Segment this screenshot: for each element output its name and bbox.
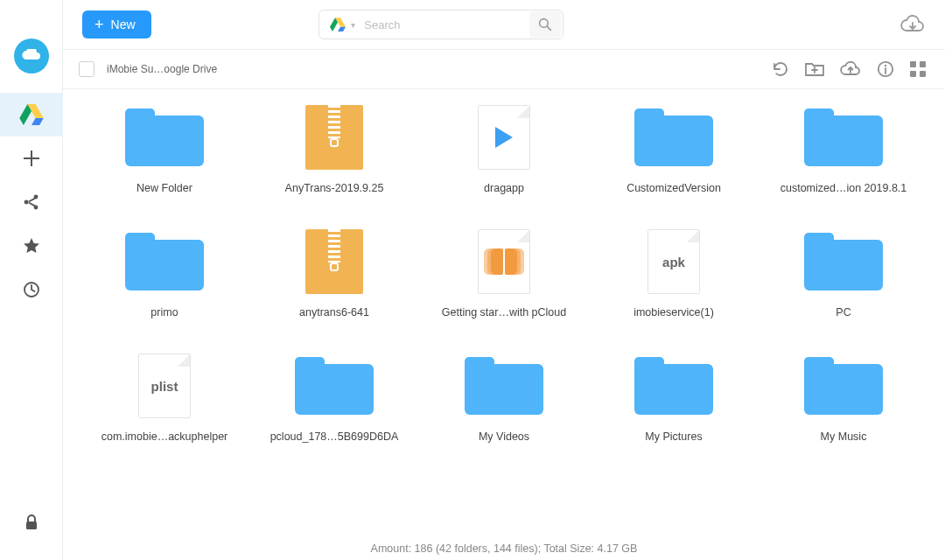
new-folder-button[interactable] (805, 61, 824, 77)
breadcrumb[interactable]: iMobie Su…oogle Drive (107, 63, 217, 75)
folder-icon (125, 229, 204, 294)
folder-icon (295, 354, 374, 418)
file-item[interactable]: anytrans6-641 (254, 229, 415, 318)
file-item[interactable]: CustomizedVersion (593, 105, 754, 194)
file-label: imobieservice(1) (634, 306, 714, 318)
zip-icon (295, 105, 374, 170)
folder-icon (804, 229, 883, 294)
status-bar: Amount: 186 (42 folders, 144 files); Tot… (63, 537, 945, 560)
file-label: My Music (821, 430, 867, 443)
sidebar-item-add[interactable] (0, 136, 63, 180)
file-item[interactable]: dragapp (424, 105, 584, 194)
file-label: dragapp (484, 182, 524, 194)
svg-point-5 (540, 19, 549, 28)
view-grid-button[interactable] (910, 61, 926, 77)
sidebar-item-favorites[interactable] (0, 224, 63, 268)
file-label: Getting star…with pCloud (442, 306, 566, 318)
file-item[interactable]: primo (84, 229, 245, 318)
folder-icon (634, 354, 713, 418)
file-item[interactable]: pcloud_178…5B699D6DA (254, 354, 415, 443)
search-scope-gdrive[interactable]: ▾ (330, 18, 355, 32)
folder-icon (125, 105, 204, 170)
file-item[interactable]: My Music (763, 354, 924, 443)
cloud-download-button[interactable] (900, 15, 926, 34)
file-label: New Folder (136, 182, 192, 194)
search-box: ▾ (318, 10, 564, 39)
video-icon (465, 105, 543, 170)
file-item[interactable]: AnyTrans-2019.9.25 (254, 105, 415, 194)
upload-button[interactable] (840, 61, 861, 77)
new-button-label: New (111, 18, 136, 32)
file-label: customized…ion 2019.8.1 (780, 182, 907, 194)
info-button[interactable] (877, 60, 894, 78)
plus-icon: + (94, 17, 104, 32)
select-all-checkbox[interactable] (79, 61, 94, 77)
file-item[interactable]: PC (763, 229, 924, 318)
search-button[interactable] (529, 11, 561, 38)
file-label: com.imobie…ackuphelper (102, 430, 228, 443)
svg-point-7 (885, 65, 886, 66)
file-label: My Videos (479, 430, 529, 443)
file-item[interactable]: customized…ion 2019.8.1 (763, 105, 924, 194)
folder-icon (465, 354, 543, 418)
svg-rect-11 (920, 71, 926, 77)
subbar-actions (772, 60, 926, 78)
plist-icon: plist (125, 354, 204, 418)
svg-rect-9 (920, 61, 926, 67)
file-item[interactable]: My Videos (424, 354, 584, 443)
svg-rect-4 (26, 522, 37, 529)
new-button[interactable]: + New (82, 10, 151, 38)
file-label: My Pictures (645, 430, 702, 443)
chevron-down-icon: ▾ (351, 20, 355, 30)
topbar: + New ▾ (63, 0, 945, 49)
apk-icon: apk (634, 229, 713, 294)
sidebar-item-history[interactable] (0, 268, 63, 312)
svg-rect-8 (910, 61, 916, 67)
file-grid: New FolderAnyTrans-2019.9.25dragappCusto… (84, 105, 924, 443)
book-icon (465, 229, 543, 294)
file-item[interactable]: Getting star…with pCloud (424, 229, 584, 318)
sidebar-item-lock[interactable] (0, 500, 63, 544)
folder-icon (634, 105, 713, 170)
file-label: anytrans6-641 (299, 306, 369, 318)
sidebar-item-gdrive[interactable] (0, 93, 63, 136)
file-item[interactable]: apkimobieservice(1) (593, 229, 754, 318)
search-input[interactable] (364, 18, 529, 32)
status-text: Amount: 186 (42 folders, 144 files); Tot… (371, 542, 638, 555)
svg-rect-10 (910, 71, 916, 77)
refresh-button[interactable] (772, 60, 789, 78)
zip-icon (295, 229, 374, 294)
file-item[interactable]: plistcom.imobie…ackuphelper (84, 354, 245, 443)
folder-icon (804, 105, 883, 170)
subbar: iMobie Su…oogle Drive (63, 49, 945, 89)
file-label: primo (150, 306, 178, 318)
app-logo (14, 38, 49, 74)
sidebar (0, 0, 63, 560)
svg-point-0 (24, 200, 28, 205)
file-label: pcloud_178…5B699D6DA (270, 430, 399, 443)
sidebar-item-share[interactable] (0, 180, 63, 224)
file-label: PC (836, 306, 850, 318)
file-label: AnyTrans-2019.9.25 (285, 182, 384, 194)
file-grid-container: New FolderAnyTrans-2019.9.25dragappCusto… (63, 89, 945, 537)
file-label: CustomizedVersion (626, 182, 721, 194)
file-item[interactable]: My Pictures (593, 354, 754, 443)
file-item[interactable]: New Folder (84, 105, 245, 194)
folder-icon (804, 354, 883, 418)
